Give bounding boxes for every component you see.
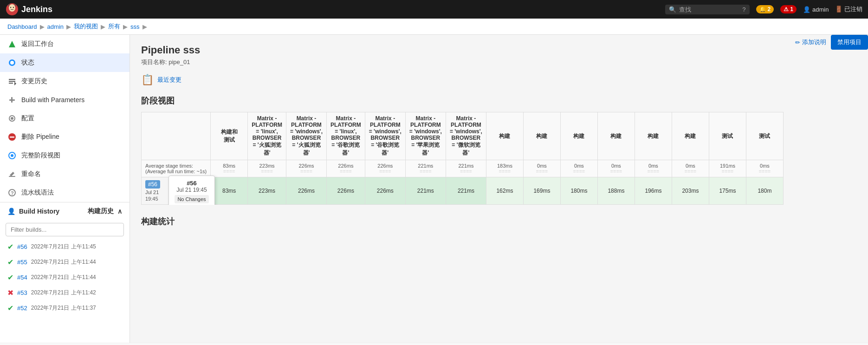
svg-point-19 bbox=[11, 154, 13, 157]
build-56-cell-7[interactable]: 221ms bbox=[446, 177, 486, 205]
avg-full-label: (Average full run time: ~1s) bbox=[145, 169, 207, 174]
build-list-item-56[interactable]: ✔ #56 2022年7月21日 上午11:45 bbox=[0, 239, 130, 254]
build-56-cell-13[interactable]: 203ms bbox=[672, 177, 709, 205]
svg-rect-10 bbox=[9, 83, 13, 84]
breadcrumb-sep-1: ▶ bbox=[40, 23, 45, 30]
sidebar-item-full-stage-view[interactable]: 完整阶段视图 bbox=[0, 146, 130, 165]
col-header-stage-11: 构建 bbox=[597, 112, 635, 160]
breadcrumb-all[interactable]: 所有 bbox=[108, 22, 120, 31]
build-56-cell-4[interactable]: 226ms bbox=[327, 177, 365, 205]
build-56-cell-1[interactable]: 83ms bbox=[211, 177, 248, 205]
main-content: ✏ 添加说明 禁用项目 Pipeline sss 项目名称: pipe_01 📋… bbox=[130, 35, 868, 343]
add-description-button[interactable]: ✏ 添加说明 bbox=[795, 38, 826, 46]
breadcrumb-sep-2: ▶ bbox=[66, 23, 71, 30]
disable-project-button[interactable]: 禁用项目 bbox=[831, 35, 868, 50]
breadcrumb-sep-5: ▶ bbox=[143, 23, 147, 30]
col-header-stage-9: 构建 bbox=[523, 112, 560, 160]
build-list-item-54[interactable]: ✔ #54 2022年7月21日 上午11:44 bbox=[0, 270, 130, 285]
col-header-stage-2: Matrix -PLATFORM= 'linux',BROWSER= '火狐浏览… bbox=[248, 112, 286, 160]
col-header-stage-4: Matrix -PLATFORM= 'linux',BROWSER= '谷歌浏览… bbox=[327, 112, 365, 160]
collapse-icon: ∧ bbox=[117, 208, 122, 215]
build-history-cn-label: 构建历史 bbox=[88, 207, 114, 215]
subtitle-label: 项目名称: bbox=[141, 59, 167, 65]
sidebar-item-rename[interactable]: 重命名 bbox=[0, 165, 130, 183]
avg-cell-10: 0ms==== bbox=[560, 160, 597, 177]
build-56-cell-14[interactable]: 175ms bbox=[709, 177, 746, 205]
breadcrumb-sss[interactable]: sss bbox=[130, 23, 140, 30]
search-box[interactable]: 🔍 ? bbox=[665, 5, 749, 14]
add-description-label: 添加说明 bbox=[802, 38, 826, 46]
sidebar-item-change-history-label: 变更历史 bbox=[21, 77, 47, 85]
notifications-badge[interactable]: 🔔 2 bbox=[756, 5, 774, 13]
build-time-52: 2022年7月21日 上午11:37 bbox=[31, 304, 96, 312]
build-56-cell-2[interactable]: 223ms bbox=[248, 177, 286, 205]
alert-icon: ⚠ bbox=[784, 6, 789, 13]
build-time-54: 2022年7月21日 上午11:44 bbox=[31, 273, 96, 281]
build-list-item-53[interactable]: ✖ #53 2022年7月21日 上午11:42 bbox=[0, 285, 130, 300]
svg-marker-5 bbox=[9, 41, 15, 47]
search-icon: 🔍 bbox=[669, 6, 676, 13]
sidebar-item-back-label: 返回工作台 bbox=[21, 40, 54, 48]
filter-builds-input[interactable] bbox=[6, 223, 124, 236]
sidebar-item-status-label: 状态 bbox=[21, 59, 34, 67]
col-header-stage-15: 测试 bbox=[746, 112, 783, 160]
person-icon: 👤 bbox=[7, 208, 15, 215]
results-section: 构建统计 bbox=[141, 216, 857, 227]
sidebar-item-delete-pipeline[interactable]: 删除 Pipeline bbox=[0, 128, 130, 146]
sidebar-item-pipeline-syntax[interactable]: ? 流水线语法 bbox=[0, 183, 130, 202]
build-info-cell-56: #56 #56 Jul 21 19:45 No Changes Jul 21 bbox=[142, 177, 211, 205]
popover-56: #56 Jul 21 19:45 No Changes bbox=[168, 176, 215, 205]
build-56-cell-8[interactable]: 162ms bbox=[486, 177, 523, 205]
sidebar-item-status[interactable]: 状态 bbox=[0, 53, 130, 72]
breadcrumb-my-views[interactable]: 我的视图 bbox=[74, 22, 98, 31]
build-status-icon-52: ✔ bbox=[7, 304, 13, 312]
recent-changes-row: 📋 最近变更 bbox=[141, 74, 857, 86]
build-list-item-55[interactable]: ✔ #55 2022年7月21日 上午11:44 bbox=[0, 254, 130, 270]
build-list-item-52[interactable]: ✔ #52 2022年7月21日 上午11:37 bbox=[0, 300, 130, 316]
alerts-badge[interactable]: ⚠ 1 bbox=[780, 5, 797, 13]
build-row-label-56[interactable]: #56 bbox=[145, 180, 160, 189]
main-layout: 返回工作台 状态 变更历史 Build with Parameters 配置 bbox=[0, 35, 868, 343]
change-history-icon bbox=[7, 77, 17, 86]
breadcrumb-dashboard[interactable]: Dashboard bbox=[7, 23, 37, 30]
build-history-header[interactable]: 👤 Build History 构建历史 ∧ bbox=[0, 202, 130, 220]
sidebar-item-change-history[interactable]: 变更历史 bbox=[0, 72, 130, 91]
build-56-cell-9[interactable]: 169ms bbox=[523, 177, 560, 205]
build-56-cell-3[interactable]: 226ms bbox=[286, 177, 326, 205]
jenkins-logo-icon bbox=[6, 3, 19, 16]
build-num-55: #55 bbox=[17, 259, 27, 266]
build-status-icon-55: ✔ bbox=[7, 258, 13, 267]
build-56-cell-5[interactable]: 226ms bbox=[365, 177, 405, 205]
avg-cell-6: 221ms==== bbox=[405, 160, 446, 177]
sidebar-item-config[interactable]: 配置 bbox=[0, 109, 130, 128]
build-56-cell-11[interactable]: 188ms bbox=[597, 177, 635, 205]
svg-rect-8 bbox=[9, 79, 15, 80]
build-time-56: 2022年7月21日 上午11:45 bbox=[31, 243, 96, 251]
sidebar-item-rename-label: 重命名 bbox=[21, 170, 41, 178]
sidebar-item-build-with-params[interactable]: Build with Parameters bbox=[0, 91, 130, 109]
jenkins-logo[interactable]: Jenkins bbox=[6, 3, 52, 16]
avg-cell-4: 226ms==== bbox=[327, 160, 365, 177]
nav-left: Jenkins bbox=[6, 3, 52, 16]
sidebar-item-back[interactable]: 返回工作台 bbox=[0, 35, 130, 53]
breadcrumb-admin[interactable]: admin bbox=[47, 23, 64, 30]
user-menu[interactable]: 👤 admin bbox=[803, 6, 829, 13]
page-title: Pipeline sss bbox=[141, 44, 857, 56]
logout-button[interactable]: 🚪 已注销 bbox=[835, 5, 862, 13]
breadcrumb: Dashboard ▶ admin ▶ 我的视图 ▶ 所有 ▶ sss ▶ bbox=[0, 19, 868, 35]
avg-cell-5: 226ms==== bbox=[365, 160, 405, 177]
search-input[interactable] bbox=[679, 6, 739, 13]
col-header-stage-12: 构建 bbox=[635, 112, 672, 160]
svg-rect-9 bbox=[9, 81, 15, 82]
avg-cell-15: 0ms==== bbox=[746, 160, 783, 177]
recent-changes-link[interactable]: 最近变更 bbox=[157, 76, 181, 84]
build-56-cell-12[interactable]: 196ms bbox=[635, 177, 672, 205]
avg-cell-11: 0ms==== bbox=[597, 160, 635, 177]
build-56-cell-6[interactable]: 221ms bbox=[405, 177, 446, 205]
logout-label: 已注销 bbox=[844, 6, 862, 13]
build-56-cell-10[interactable]: 180ms bbox=[560, 177, 597, 205]
build-56-cell-15[interactable]: 180m bbox=[746, 177, 783, 205]
col-header-stage-3: Matrix -PLATFORM= 'windows',BROWSER= '火狐… bbox=[286, 112, 326, 160]
svg-text:?: ? bbox=[11, 190, 14, 196]
top-navigation: Jenkins 🔍 ? 🔔 2 ⚠ 1 👤 admin 🚪 已注销 bbox=[0, 0, 868, 19]
